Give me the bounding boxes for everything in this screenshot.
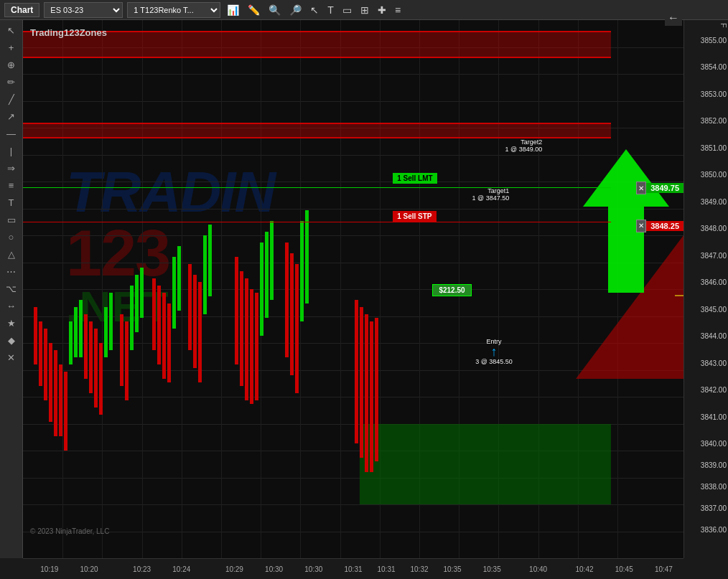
- entry-label: Entry ↑ 3 @ 3845.50: [475, 338, 513, 365]
- svg-rect-49: [375, 318, 378, 461]
- svg-rect-20: [140, 268, 144, 318]
- magnify-plus-icon[interactable]: 🔍: [266, 3, 283, 17]
- cursor-icon[interactable]: ↖: [308, 3, 321, 17]
- entry-price-tag: [675, 295, 683, 296]
- price-3848: 3848.00: [701, 225, 727, 232]
- svg-rect-28: [193, 275, 197, 368]
- indicator-label: Trading123Zones: [30, 27, 107, 38]
- triangle-tool[interactable]: △: [2, 247, 21, 261]
- channel-tool[interactable]: ⋯: [2, 264, 21, 278]
- time-1035a: 10:35: [443, 565, 461, 573]
- time-1031a: 10:31: [344, 565, 362, 573]
- symbol-selector[interactable]: ES 03-23: [44, 2, 123, 18]
- sell-stp-button[interactable]: 1 Sell STP: [393, 211, 436, 222]
- period-selector[interactable]: 1 T123Renko T...: [127, 2, 220, 18]
- chart-area: Trading123Zones TRADIN 123 .NET: [23, 20, 683, 558]
- pointer-tool[interactable]: ↖: [2, 23, 21, 37]
- price-3849: 3849.00: [701, 198, 727, 206]
- diamond-tool[interactable]: ◆: [2, 333, 21, 347]
- measure-ruler[interactable]: ↔: [2, 298, 21, 313]
- magnify-minus-icon[interactable]: 🔎: [287, 3, 304, 17]
- star-tool[interactable]: ★: [2, 316, 21, 330]
- svg-rect-24: [167, 303, 171, 382]
- svg-rect-38: [265, 232, 269, 318]
- svg-rect-18: [130, 286, 134, 350]
- vertical-tool[interactable]: |: [2, 143, 21, 158]
- svg-rect-22: [157, 286, 161, 364]
- collapse-panel-button[interactable]: ←: [665, 10, 682, 26]
- time-1029: 10:29: [225, 565, 243, 573]
- delete-tool[interactable]: ✕: [2, 350, 21, 364]
- svg-rect-35: [250, 289, 253, 404]
- price-3855: 3855.00: [701, 37, 727, 44]
- line-tool[interactable]: ╱: [2, 92, 21, 106]
- ellipse-tool[interactable]: ○: [2, 230, 21, 244]
- time-1042: 10:42: [575, 565, 593, 573]
- time-1030b: 10:30: [304, 565, 322, 573]
- time-1020: 10:20: [80, 565, 98, 573]
- svg-rect-46: [360, 307, 363, 458]
- time-1030a: 10:30: [265, 565, 283, 573]
- sell-stp-line: [23, 222, 611, 222]
- ray-tool[interactable]: ⇒: [2, 161, 21, 175]
- svg-rect-27: [188, 264, 192, 350]
- copyright-text: © 2023 NinjaTrader, LLC: [30, 527, 109, 535]
- svg-rect-45: [355, 300, 358, 443]
- price-tag-sell-stp: ✕ 3848.25: [636, 220, 683, 232]
- crosshair-icon[interactable]: ✚: [375, 3, 388, 17]
- time-1019: 10:19: [40, 565, 58, 573]
- svg-rect-5: [59, 364, 62, 436]
- svg-rect-23: [162, 293, 166, 379]
- measure-icon[interactable]: ⊞: [358, 3, 371, 17]
- price-3838: 3838.00: [701, 483, 727, 491]
- svg-rect-47: [365, 314, 368, 472]
- chart-tab[interactable]: Chart: [4, 3, 39, 17]
- panel-f-label: F: [722, 20, 728, 28]
- svg-rect-10: [84, 314, 88, 379]
- target1-label: Target1 1 @ 3847.50: [472, 187, 510, 202]
- close-icon[interactable]: ✕: [636, 220, 646, 232]
- svg-rect-37: [260, 243, 263, 336]
- time-1031b: 10:31: [377, 565, 395, 573]
- svg-rect-29: [198, 282, 202, 382]
- pencil-icon[interactable]: ✏️: [246, 3, 262, 17]
- price-3846: 3846.00: [701, 278, 727, 286]
- svg-rect-32: [235, 257, 238, 364]
- arrow-tool[interactable]: ↗: [2, 109, 21, 123]
- text-tool[interactable]: T: [2, 195, 21, 210]
- fork-tool[interactable]: ⌥: [2, 281, 21, 296]
- horizontal-tool[interactable]: —: [2, 126, 21, 141]
- sell-lmt-button[interactable]: 1 Sell LMT: [393, 173, 437, 184]
- svg-rect-8: [74, 307, 78, 357]
- svg-rect-14: [104, 307, 108, 357]
- time-1047: 10:47: [655, 565, 673, 573]
- price-3843: 3843.00: [701, 359, 727, 367]
- svg-rect-0: [34, 307, 37, 364]
- svg-rect-17: [125, 321, 129, 400]
- svg-rect-12: [94, 329, 98, 408]
- svg-rect-43: [300, 221, 304, 321]
- bar-chart-icon[interactable]: 📊: [225, 3, 241, 17]
- svg-rect-39: [270, 221, 274, 300]
- svg-rect-1: [39, 321, 42, 386]
- rect-icon[interactable]: ▭: [340, 3, 354, 17]
- svg-rect-13: [99, 343, 103, 415]
- rect-draw-tool[interactable]: ▭: [2, 212, 21, 227]
- grid-icon[interactable]: ≡: [393, 3, 403, 17]
- draw-tool[interactable]: ✏: [2, 75, 21, 89]
- svg-rect-31: [208, 225, 212, 296]
- sell-lmt-order[interactable]: 1 Sell LMT: [393, 171, 437, 184]
- time-1024: 10:24: [172, 565, 190, 573]
- price-3837: 3837.00: [701, 504, 727, 512]
- zoom-tool[interactable]: ⊕: [2, 57, 21, 72]
- price-tag-entry: [675, 295, 683, 296]
- entry-arrow-icon: ↑: [475, 345, 513, 358]
- text-icon[interactable]: T: [325, 3, 336, 17]
- price-3852: 3852.00: [701, 117, 727, 125]
- sell-stp-order[interactable]: 1 Sell STP: [393, 209, 436, 222]
- target2-label: Target2 1 @ 3849.00: [505, 138, 543, 153]
- svg-rect-41: [290, 253, 294, 375]
- crosshair-tool[interactable]: +: [2, 40, 21, 55]
- close-icon[interactable]: ✕: [636, 182, 646, 194]
- fibretracement-tool[interactable]: ≡: [2, 178, 21, 192]
